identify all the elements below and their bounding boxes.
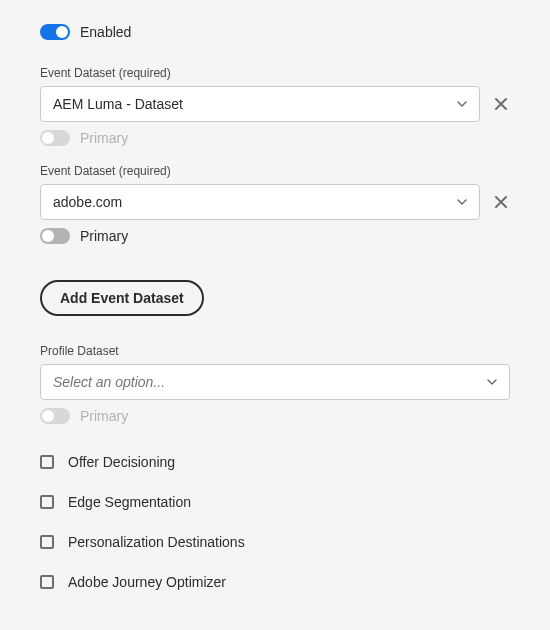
toggle-knob — [42, 410, 54, 422]
add-event-dataset-button[interactable]: Add Event Dataset — [40, 280, 204, 316]
select-value: AEM Luma - Dataset — [53, 96, 183, 112]
toggle-knob — [56, 26, 68, 38]
chevron-down-icon — [487, 377, 497, 387]
primary-toggle-1 — [40, 130, 70, 146]
close-icon — [495, 98, 507, 110]
offer-decisioning-checkbox[interactable] — [40, 455, 54, 469]
event-dataset-select-2[interactable]: adobe.com — [40, 184, 480, 220]
remove-dataset-button-2[interactable] — [492, 193, 510, 211]
close-icon — [495, 196, 507, 208]
checkbox-row-personalization-destinations: Personalization Destinations — [40, 534, 510, 550]
checkbox-label: Offer Decisioning — [68, 454, 175, 470]
primary-label: Primary — [80, 130, 128, 146]
primary-row: Primary — [40, 408, 510, 424]
profile-primary-toggle — [40, 408, 70, 424]
chevron-down-icon — [457, 99, 467, 109]
checkbox-row-edge-segmentation: Edge Segmentation — [40, 494, 510, 510]
checkbox-label: Adobe Journey Optimizer — [68, 574, 226, 590]
profile-dataset-select[interactable]: Select an option... — [40, 364, 510, 400]
checkbox-row-offer-decisioning: Offer Decisioning — [40, 454, 510, 470]
checkbox-row-adobe-journey-optimizer: Adobe Journey Optimizer — [40, 574, 510, 590]
checkboxes-section: Offer Decisioning Edge Segmentation Pers… — [40, 454, 510, 590]
primary-row: Primary — [40, 130, 510, 146]
select-row: Select an option... — [40, 364, 510, 400]
enabled-toggle[interactable] — [40, 24, 70, 40]
chevron-down-icon — [457, 197, 467, 207]
remove-dataset-button-1[interactable] — [492, 95, 510, 113]
adobe-journey-optimizer-checkbox[interactable] — [40, 575, 54, 589]
primary-row: Primary — [40, 228, 510, 244]
primary-toggle-2[interactable] — [40, 228, 70, 244]
event-dataset-label: Event Dataset (required) — [40, 164, 510, 178]
checkbox-label: Personalization Destinations — [68, 534, 245, 550]
toggle-knob — [42, 132, 54, 144]
enabled-row: Enabled — [40, 24, 510, 40]
select-row: adobe.com — [40, 184, 510, 220]
primary-label: Primary — [80, 228, 128, 244]
enabled-label: Enabled — [80, 24, 131, 40]
primary-label: Primary — [80, 408, 128, 424]
profile-dataset-group: Profile Dataset Select an option... Prim… — [40, 344, 510, 424]
select-placeholder: Select an option... — [53, 374, 165, 390]
toggle-knob — [42, 230, 54, 242]
event-dataset-select-1[interactable]: AEM Luma - Dataset — [40, 86, 480, 122]
personalization-destinations-checkbox[interactable] — [40, 535, 54, 549]
event-dataset-group-1: Event Dataset (required) AEM Luma - Data… — [40, 66, 510, 146]
select-row: AEM Luma - Dataset — [40, 86, 510, 122]
checkbox-label: Edge Segmentation — [68, 494, 191, 510]
event-dataset-group-2: Event Dataset (required) adobe.com Prima… — [40, 164, 510, 244]
profile-dataset-label: Profile Dataset — [40, 344, 510, 358]
select-value: adobe.com — [53, 194, 122, 210]
event-dataset-label: Event Dataset (required) — [40, 66, 510, 80]
edge-segmentation-checkbox[interactable] — [40, 495, 54, 509]
